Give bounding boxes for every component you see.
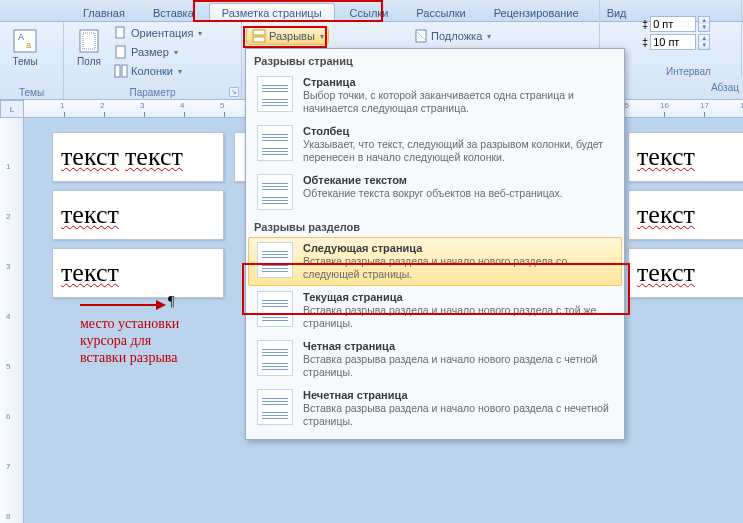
breaks-label: Разрывы	[269, 30, 315, 42]
chevron-down-icon: ▾	[178, 67, 182, 76]
vertical-ruler[interactable]: 12345678	[0, 118, 24, 523]
break-page[interactable]: СтраницаВыбор точки, с которой заканчива…	[248, 71, 622, 120]
group-pagesetup-label: Параметр	[70, 86, 235, 99]
section-break-continuous[interactable]: Текущая страницаВставка разрыва раздела …	[248, 286, 622, 335]
orientation-label: Ориентация	[131, 27, 193, 39]
themes-button[interactable]: Aa Темы	[6, 24, 44, 86]
page-fragment: текст	[628, 248, 743, 298]
size-button[interactable]: Размер ▾	[110, 43, 205, 61]
section-break-next-page[interactable]: Следующая страницаВставка разрыва раздел…	[248, 237, 622, 286]
spinner-arrows[interactable]: ▲▼	[698, 16, 710, 32]
breaks-icon	[251, 29, 266, 44]
group-spacing-label: Интервал	[642, 65, 735, 78]
chevron-down-icon: ▾	[174, 48, 178, 57]
break-text-wrapping[interactable]: Обтекание текстомОбтекание текста вокруг…	[248, 169, 622, 215]
spinner-arrows[interactable]: ▲▼	[698, 34, 710, 50]
menu-section-page-breaks: Разрывы страниц	[246, 49, 624, 71]
group-paragraph-label: Абзац	[711, 82, 739, 93]
ribbon-tabs: Главная Вставка Разметка страницы Ссылки…	[0, 0, 743, 22]
svg-text:A: A	[18, 32, 24, 42]
columns-icon	[113, 64, 128, 79]
spacing-before-icon: ‡	[642, 18, 648, 30]
columns-button[interactable]: Колонки ▾	[110, 62, 205, 80]
breaks-dropdown: Разрывы страниц СтраницаВыбор точки, с к…	[245, 48, 625, 440]
annotation-text: место установкикурсора длявставки разрыв…	[80, 315, 179, 366]
svg-text:a: a	[26, 40, 31, 50]
watermark-label: Подложка	[431, 30, 482, 42]
page-fragment: текст	[52, 190, 224, 240]
size-label: Размер	[131, 46, 169, 58]
margins-label: Поля	[77, 56, 101, 67]
svg-marker-14	[156, 300, 166, 310]
chevron-down-icon: ▾	[320, 32, 324, 41]
page-fragment: текст	[52, 248, 224, 298]
page-setup-launcher[interactable]: ↘	[229, 87, 239, 97]
break-wrap-icon	[257, 174, 293, 210]
tab-mailings[interactable]: Рассылки	[403, 3, 478, 21]
spacing-before[interactable]: ‡ ▲▼	[642, 16, 735, 32]
spacing-after[interactable]: ‡ ▲▼	[642, 34, 735, 50]
section-cont-icon	[257, 291, 293, 327]
chevron-down-icon: ▾	[198, 29, 202, 38]
tab-page-layout[interactable]: Разметка страницы	[209, 3, 335, 21]
orientation-icon	[113, 26, 128, 41]
breaks-button[interactable]: Разрывы ▾	[246, 27, 329, 45]
themes-label: Темы	[12, 56, 37, 67]
watermark-icon	[413, 29, 428, 44]
pilcrow-mark: ¶	[168, 294, 174, 310]
watermark-button[interactable]: Подложка ▾	[410, 27, 494, 45]
ruler-corner[interactable]: L	[0, 100, 24, 118]
spacing-after-icon: ‡	[642, 36, 648, 48]
spacing-before-input[interactable]	[650, 16, 696, 32]
size-icon	[113, 45, 128, 60]
svg-rect-8	[122, 65, 127, 77]
break-column-icon	[257, 125, 293, 161]
orientation-button[interactable]: Ориентация ▾	[110, 24, 205, 42]
menu-section-section-breaks: Разрывы разделов	[246, 215, 624, 237]
page-fragment: текст	[628, 132, 743, 182]
section-break-even-page[interactable]: Четная страницаВставка разрыва раздела и…	[248, 335, 622, 384]
svg-rect-5	[116, 27, 124, 38]
tab-references[interactable]: Ссылки	[337, 3, 402, 21]
break-page-icon	[257, 76, 293, 112]
svg-rect-7	[115, 65, 120, 77]
tab-view[interactable]: Вид	[594, 3, 640, 21]
margins-icon	[75, 27, 103, 55]
themes-icon: Aa	[11, 27, 39, 55]
margins-button[interactable]: Поля	[70, 24, 108, 86]
page-fragment: текст	[628, 190, 743, 240]
svg-rect-6	[116, 46, 125, 58]
svg-rect-10	[253, 37, 265, 42]
section-even-icon	[257, 340, 293, 376]
group-themes-label: Темы	[6, 86, 57, 99]
tab-home[interactable]: Главная	[70, 3, 138, 21]
svg-rect-9	[253, 30, 265, 35]
tab-insert[interactable]: Вставка	[140, 3, 207, 21]
section-odd-icon	[257, 389, 293, 425]
annotation-arrow	[80, 298, 166, 312]
break-column[interactable]: СтолбецУказывает, что текст, следующий з…	[248, 120, 622, 169]
section-next-icon	[257, 242, 293, 278]
columns-label: Колонки	[131, 65, 173, 77]
spacing-after-input[interactable]	[650, 34, 696, 50]
section-break-odd-page[interactable]: Нечетная страницаВставка разрыва раздела…	[248, 384, 622, 433]
chevron-down-icon: ▾	[487, 32, 491, 41]
